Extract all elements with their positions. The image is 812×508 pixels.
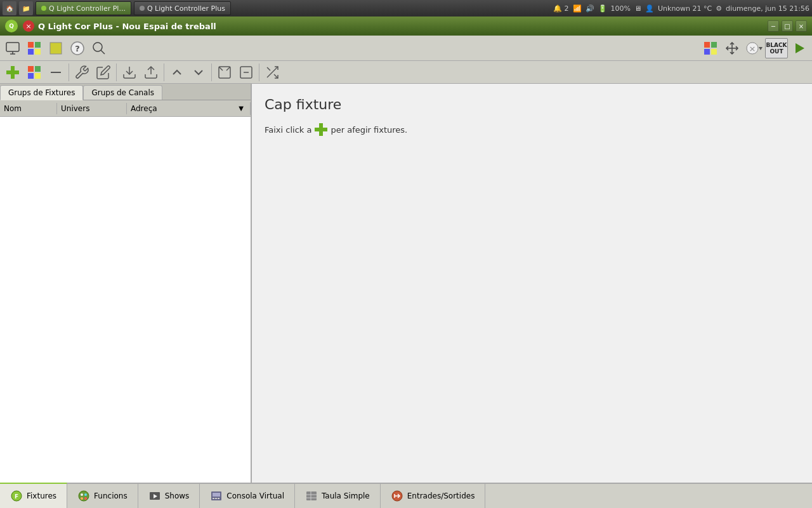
toolbar2-sep2 [116, 64, 117, 81]
taskbar-datetime: diumenge, jun 15 21:56 [726, 4, 809, 13]
close-button[interactable]: × [23, 20, 34, 32]
svg-line-35 [274, 74, 278, 78]
titlebar: Q × Q Light Cor Plus - Nou Espai de treb… [0, 17, 812, 36]
monitor-icon[interactable] [3, 38, 23, 58]
import-button[interactable] [119, 62, 140, 83]
taskbar-window-1[interactable]: Q Light Controller Pl... [36, 1, 131, 15]
hint-prefix: Faixi click a [265, 125, 311, 135]
btab-fixtures-label: Fixtures [27, 491, 56, 500]
svg-rect-38 [315, 128, 327, 131]
window-controls: − □ × [768, 20, 807, 32]
taskbar-window-2-label: Q Light Controller Plus [147, 4, 225, 13]
col-nom-header: Nom [0, 103, 57, 114]
taskbar-network-icon: 📶 [573, 4, 582, 13]
svg-rect-52 [218, 498, 219, 499]
edit-button[interactable] [93, 62, 114, 83]
svg-rect-27 [35, 73, 41, 79]
svg-rect-24 [28, 66, 34, 72]
taskbar-home-icon[interactable]: 🏠 [3, 1, 16, 15]
left-panel: Grups de Fixtures Grups de Canals Nom Un… [0, 84, 252, 483]
closeall-button[interactable]: × [796, 20, 807, 32]
taskbar-files-icon[interactable]: 📁 [19, 1, 33, 15]
svg-text:F: F [15, 493, 18, 500]
color-groups-button[interactable] [24, 62, 44, 83]
svg-rect-6 [35, 49, 41, 55]
svg-point-44 [81, 497, 83, 500]
maximize-button[interactable]: □ [782, 20, 793, 32]
btab-consola[interactable]: Consola Virtual [200, 484, 295, 508]
move-up-button[interactable] [167, 62, 187, 83]
svg-rect-23 [6, 70, 19, 74]
hint-suffix: per afegir fixtures. [331, 125, 407, 135]
toolbar-2 [0, 61, 812, 84]
tab-fixtures[interactable]: Grups de Fixtures [0, 85, 83, 100]
svg-rect-13 [711, 42, 717, 48]
svg-rect-4 [35, 42, 41, 48]
shuffle-button[interactable] [262, 62, 282, 83]
plus-icon-hint [314, 123, 328, 137]
btab-funcions[interactable]: Funcions [67, 484, 138, 508]
blackout-button[interactable]: BLACKOUT [765, 38, 788, 58]
btab-entrades[interactable]: Entrades/Sortides [381, 484, 486, 508]
svg-point-10 [93, 43, 102, 51]
svg-point-45 [84, 497, 87, 500]
btab-taula[interactable]: Taula Simple [295, 484, 381, 508]
btab-shows[interactable]: Shows [138, 484, 200, 508]
properties-button[interactable] [72, 62, 92, 83]
palette-icon[interactable] [700, 38, 721, 58]
taskbar-window-2[interactable]: Q Light Controller Plus [134, 1, 231, 15]
svg-point-43 [84, 493, 87, 496]
taskbar-user-icon: 👤 [645, 4, 654, 13]
svg-rect-25 [35, 66, 41, 72]
svg-point-42 [81, 493, 83, 496]
svg-text:?: ? [75, 44, 80, 53]
export-button[interactable] [141, 62, 161, 83]
fixture-list [0, 117, 251, 483]
btab-fixtures[interactable]: F Fixtures [0, 483, 67, 508]
tab-bar: Grups de Fixtures Grups de Canals [0, 84, 251, 100]
add-fixture-button[interactable] [3, 62, 23, 83]
taskbar-window-1-dot [41, 6, 46, 11]
svg-text:×: × [749, 44, 756, 53]
grid-color-icon[interactable] [24, 38, 44, 58]
taskbar-volume-icon: 🔊 [586, 4, 594, 13]
collapse-button[interactable] [236, 62, 256, 83]
svg-rect-50 [213, 498, 214, 499]
taskbar: 🏠 📁 Q Light Controller Pl... Q Light Con… [0, 0, 812, 17]
btab-funcions-label: Funcions [94, 491, 128, 500]
btab-consola-label: Consola Virtual [226, 491, 284, 500]
svg-marker-21 [796, 43, 804, 53]
toolbar2-sep4 [211, 64, 212, 81]
sort-button[interactable]: ▼ [236, 104, 246, 114]
close-dropdown-icon[interactable]: × [743, 38, 764, 58]
toolbar-1: ? × BLACKOUT [0, 36, 812, 61]
right-panel: Cap fixture Faixi click a per afegir fix… [252, 84, 812, 483]
stop-icon[interactable] [46, 38, 66, 58]
btab-taula-label: Taula Simple [322, 491, 370, 500]
taskbar-settings-icon[interactable]: ⚙ [716, 4, 722, 13]
search-icon[interactable] [89, 38, 109, 58]
remove-fixture-button[interactable] [46, 62, 66, 83]
minimize-button[interactable]: − [768, 20, 779, 32]
app-logo: Q [5, 20, 18, 32]
app-title: Q Light Cor Plus - Nou Espai de treball [38, 22, 216, 31]
tab-canals[interactable]: Grups de Canals [83, 85, 162, 100]
taskbar-battery-label: 100% [611, 4, 631, 13]
taskbar-temp-label: Unknown 21 °C [658, 4, 712, 13]
svg-marker-20 [759, 47, 763, 50]
expand-button[interactable] [214, 62, 235, 83]
toolbar2-sep1 [69, 64, 69, 81]
help-icon[interactable]: ? [67, 38, 88, 58]
taskbar-window-2-dot [140, 6, 145, 11]
play-button[interactable] [789, 38, 809, 58]
svg-line-36 [267, 67, 270, 70]
bottom-tab-bar: F Fixtures Funcions Shows Consola Virtua… [0, 483, 812, 508]
taskbar-monitor-icon: 🖥 [634, 4, 641, 13]
toolbar2-sep5 [259, 64, 259, 81]
svg-line-11 [101, 50, 105, 54]
svg-rect-12 [704, 42, 710, 48]
pan-icon[interactable] [722, 38, 742, 58]
btab-shows-label: Shows [165, 491, 190, 500]
col-adreca-header: Adreça ▼ [127, 102, 251, 115]
move-down-button[interactable] [188, 62, 209, 83]
